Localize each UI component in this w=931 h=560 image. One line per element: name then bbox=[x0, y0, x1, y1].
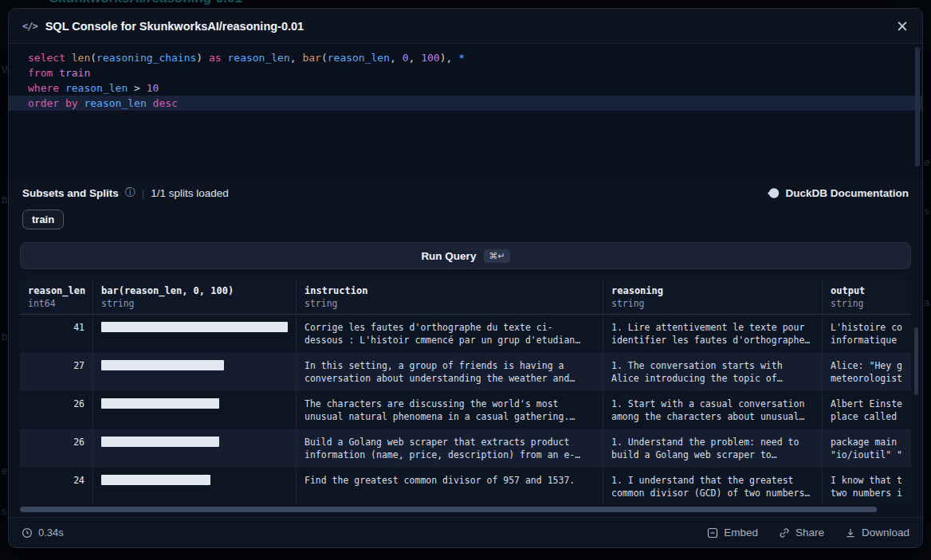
sql-token: 100 bbox=[421, 52, 439, 64]
horizontal-scrollbar-thumb[interactable] bbox=[20, 507, 877, 512]
background-fragment: e bbox=[924, 156, 929, 168]
sql-token: train bbox=[59, 67, 90, 79]
duckdb-icon bbox=[768, 187, 780, 199]
cell-bar bbox=[92, 391, 296, 429]
keyboard-shortcut-badge: ⌘↵ bbox=[484, 249, 509, 263]
sql-token: reason_len bbox=[328, 52, 390, 64]
editor-scrollbar[interactable] bbox=[915, 47, 920, 174]
cell-instruction: Find the greatest common divisor of 957 … bbox=[296, 468, 603, 504]
sql-token: ( bbox=[321, 52, 328, 64]
download-label: Download bbox=[862, 527, 909, 538]
sql-console-modal: </> SQL Console for SkunkworksAI/reasoni… bbox=[8, 8, 923, 548]
sql-line-4[interactable]: order by reason_len desc bbox=[9, 96, 922, 111]
cell-instruction: The characters are discussing the world'… bbox=[296, 391, 603, 429]
background-fragment: s bbox=[924, 205, 929, 217]
split-chip-train[interactable]: train bbox=[22, 210, 64, 229]
split-chips: train bbox=[22, 210, 909, 230]
cell-output: package main "io/ioutil" " bbox=[822, 429, 911, 468]
column-header-output[interactable]: outputstring bbox=[822, 280, 911, 314]
share-link-icon bbox=[779, 527, 790, 538]
cell-bar bbox=[92, 468, 296, 504]
column-header-instruction[interactable]: instructionstring bbox=[296, 280, 603, 314]
sql-token bbox=[53, 67, 59, 79]
sql-token: , bbox=[390, 52, 403, 64]
query-elapsed: 0.34s bbox=[22, 527, 64, 538]
sql-token: from bbox=[28, 67, 53, 79]
sql-token: , bbox=[409, 52, 422, 64]
sql-line-2[interactable]: from train bbox=[9, 65, 922, 80]
sql-editor[interactable]: select len(reasoning_chains) as reason_l… bbox=[9, 44, 922, 179]
sql-token: desc bbox=[153, 97, 178, 109]
cell-instruction: Build a Golang web scraper that extracts… bbox=[296, 429, 603, 468]
code-icon: </> bbox=[22, 21, 37, 32]
duckdb-docs-label: DuckDB Documentation bbox=[785, 187, 909, 199]
sql-line-1[interactable]: select len(reasoning_chains) as reason_l… bbox=[9, 50, 922, 65]
background-fragment: b bbox=[2, 331, 7, 343]
sql-token: reasoning_chains bbox=[96, 52, 196, 64]
modal-title: SQL Console for SkunkworksAI/reasoning-0… bbox=[45, 20, 304, 33]
subsets-splits-row: Subsets and Splits ⓘ | 1/1 splits loaded… bbox=[22, 184, 909, 202]
sql-token bbox=[65, 52, 72, 64]
table-row: 41Corrige les fautes d'orthographe du te… bbox=[20, 315, 911, 353]
background-fragment: e bbox=[2, 464, 7, 476]
cell-bar bbox=[92, 315, 296, 353]
embed-label: Embed bbox=[724, 527, 758, 538]
sql-token: len bbox=[72, 52, 90, 64]
sql-token: select bbox=[28, 52, 65, 64]
cell-reason_len: 27 bbox=[20, 353, 92, 391]
info-icon[interactable]: ⓘ bbox=[125, 186, 136, 200]
sql-token: ) bbox=[196, 52, 202, 64]
download-button[interactable]: Download bbox=[845, 527, 909, 538]
sql-token: reason_len bbox=[227, 52, 289, 64]
duckdb-docs-link[interactable]: DuckDB Documentation bbox=[768, 187, 909, 199]
elapsed-time: 0.34s bbox=[38, 527, 64, 538]
cell-output: Albert Einste place called bbox=[822, 391, 911, 429]
cell-bar bbox=[92, 353, 296, 391]
modal-header: </> SQL Console for SkunkworksAI/reasoni… bbox=[9, 9, 922, 44]
sql-token: by bbox=[65, 97, 78, 109]
footer-actions: Embed Share Download bbox=[707, 527, 909, 538]
column-header-reasoning[interactable]: reasoningstring bbox=[603, 280, 822, 314]
sql-token: as bbox=[209, 52, 222, 64]
sql-token: > bbox=[128, 82, 146, 94]
table-row: 26Build a Golang web scraper that extrac… bbox=[20, 429, 911, 468]
cell-reasoning: 1. Lire attentivement le texte pour iden… bbox=[603, 315, 822, 353]
run-query-label: Run Query bbox=[421, 250, 476, 262]
subsets-splits-label: Subsets and Splits bbox=[22, 187, 119, 199]
horizontal-scrollbar[interactable] bbox=[20, 507, 911, 513]
cell-reasoning: 1. The conversation starts with Alice in… bbox=[603, 353, 822, 391]
divider: | bbox=[142, 187, 144, 199]
embed-button[interactable]: Embed bbox=[707, 527, 758, 538]
table-header: reason_lenint64bar(reason_len, 0, 100)st… bbox=[20, 280, 911, 315]
bar-visualization bbox=[101, 437, 219, 447]
share-label: Share bbox=[795, 527, 824, 538]
cell-output: I know that t two numbers i bbox=[822, 468, 911, 504]
cell-instruction: Corrige les fautes d'orthographe du text… bbox=[296, 315, 603, 353]
sql-token: where bbox=[28, 82, 59, 94]
cell-reason_len: 24 bbox=[20, 468, 92, 504]
splits-loaded-text: 1/1 splits loaded bbox=[151, 187, 229, 199]
sql-token: ), bbox=[440, 52, 458, 64]
bar-visualization bbox=[101, 322, 288, 332]
cell-output: Alice: "Hey g meteorologist bbox=[822, 353, 911, 391]
sql-token: , bbox=[290, 52, 303, 64]
close-button[interactable]: × bbox=[896, 18, 909, 33]
background-page-title: SkunkworksAI/reasoning-0.01 bbox=[49, 0, 242, 6]
results-table: reason_lenint64bar(reason_len, 0, 100)st… bbox=[20, 280, 911, 504]
sql-line-3[interactable]: where reason_len > 10 bbox=[9, 80, 922, 96]
run-query-button[interactable]: Run Query ⌘↵ bbox=[20, 242, 911, 269]
sql-token: ( bbox=[90, 52, 96, 64]
cell-reason_len: 26 bbox=[20, 391, 92, 429]
sql-token: 0 bbox=[403, 52, 409, 64]
bar-visualization bbox=[101, 475, 210, 485]
table-scrollbar[interactable] bbox=[914, 281, 918, 506]
column-header-reason_len[interactable]: reason_lenint64 bbox=[20, 280, 92, 314]
editor-scrollbar-thumb[interactable] bbox=[915, 47, 920, 166]
cell-bar bbox=[92, 429, 296, 468]
table-body: 41Corrige les fautes d'orthographe du te… bbox=[20, 315, 911, 504]
table-scrollbar-thumb[interactable] bbox=[914, 327, 918, 395]
column-header-bar[interactable]: bar(reason_len, 0, 100)string bbox=[92, 280, 296, 314]
sql-token bbox=[202, 52, 209, 64]
sql-token: * bbox=[458, 52, 465, 64]
share-button[interactable]: Share bbox=[779, 527, 824, 538]
